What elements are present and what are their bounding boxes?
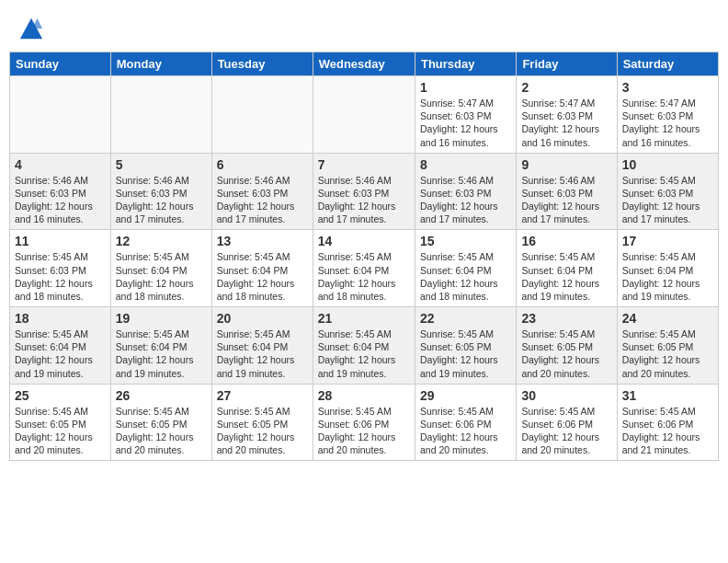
column-header-saturday: Saturday xyxy=(617,52,718,76)
calendar-cell: 28Sunrise: 5:45 AM Sunset: 6:06 PM Dayli… xyxy=(313,384,415,461)
day-info: Sunrise: 5:45 AM Sunset: 6:05 PM Dayligh… xyxy=(420,327,511,380)
logo xyxy=(18,17,48,42)
day-info: Sunrise: 5:45 AM Sunset: 6:03 PM Dayligh… xyxy=(622,174,713,226)
calendar-cell xyxy=(211,76,313,154)
day-info: Sunrise: 5:45 AM Sunset: 6:05 PM Dayligh… xyxy=(622,327,713,380)
day-number: 2 xyxy=(521,80,611,95)
day-info: Sunrise: 5:45 AM Sunset: 6:04 PM Dayligh… xyxy=(15,327,106,380)
calendar-cell: 11Sunrise: 5:45 AM Sunset: 6:03 PM Dayli… xyxy=(10,230,111,307)
day-info: Sunrise: 5:45 AM Sunset: 6:05 PM Dayligh… xyxy=(116,405,207,457)
day-info: Sunrise: 5:45 AM Sunset: 6:04 PM Dayligh… xyxy=(318,250,410,303)
day-info: Sunrise: 5:45 AM Sunset: 6:04 PM Dayligh… xyxy=(622,250,713,303)
day-info: Sunrise: 5:45 AM Sunset: 6:04 PM Dayligh… xyxy=(116,250,207,303)
day-number: 13 xyxy=(217,234,308,248)
calendar-cell: 29Sunrise: 5:45 AM Sunset: 6:06 PM Dayli… xyxy=(415,384,516,461)
day-info: Sunrise: 5:45 AM Sunset: 6:04 PM Dayligh… xyxy=(420,250,511,303)
day-number: 24 xyxy=(622,311,713,326)
day-number: 11 xyxy=(15,234,106,248)
calendar-cell: 10Sunrise: 5:45 AM Sunset: 6:03 PM Dayli… xyxy=(617,153,718,230)
day-number: 5 xyxy=(116,157,207,172)
calendar-table: SundayMondayTuesdayWednesdayThursdayFrid… xyxy=(9,52,719,461)
calendar-cell: 8Sunrise: 5:46 AM Sunset: 6:03 PM Daylig… xyxy=(415,153,516,230)
page-header xyxy=(9,9,719,48)
day-number: 25 xyxy=(15,388,106,403)
calendar-cell: 5Sunrise: 5:46 AM Sunset: 6:03 PM Daylig… xyxy=(110,153,211,230)
calendar-cell xyxy=(313,76,415,154)
column-header-tuesday: Tuesday xyxy=(211,52,313,76)
calendar-row-3: 18Sunrise: 5:45 AM Sunset: 6:04 PM Dayli… xyxy=(10,307,719,385)
day-number: 27 xyxy=(217,388,308,403)
day-number: 18 xyxy=(15,311,106,326)
calendar-cell: 9Sunrise: 5:46 AM Sunset: 6:03 PM Daylig… xyxy=(517,153,617,230)
day-info: Sunrise: 5:47 AM Sunset: 6:03 PM Dayligh… xyxy=(521,97,611,149)
day-info: Sunrise: 5:46 AM Sunset: 6:03 PM Dayligh… xyxy=(318,174,410,226)
column-header-monday: Monday xyxy=(110,52,211,76)
logo-icon xyxy=(18,17,44,42)
day-info: Sunrise: 5:45 AM Sunset: 6:05 PM Dayligh… xyxy=(217,405,308,457)
calendar-row-4: 25Sunrise: 5:45 AM Sunset: 6:05 PM Dayli… xyxy=(10,384,719,461)
day-number: 7 xyxy=(318,157,410,172)
calendar-cell: 21Sunrise: 5:45 AM Sunset: 6:04 PM Dayli… xyxy=(313,307,415,385)
calendar-cell xyxy=(10,76,111,154)
calendar-cell xyxy=(110,76,211,154)
calendar-cell: 15Sunrise: 5:45 AM Sunset: 6:04 PM Dayli… xyxy=(415,230,516,307)
calendar-cell: 25Sunrise: 5:45 AM Sunset: 6:05 PM Dayli… xyxy=(10,384,111,461)
day-number: 16 xyxy=(521,234,611,248)
column-header-sunday: Sunday xyxy=(10,52,111,76)
calendar-cell: 30Sunrise: 5:45 AM Sunset: 6:06 PM Dayli… xyxy=(517,384,617,461)
day-number: 31 xyxy=(622,388,713,403)
calendar-cell: 27Sunrise: 5:45 AM Sunset: 6:05 PM Dayli… xyxy=(211,384,313,461)
calendar-cell: 7Sunrise: 5:46 AM Sunset: 6:03 PM Daylig… xyxy=(313,153,415,230)
calendar-cell: 14Sunrise: 5:45 AM Sunset: 6:04 PM Dayli… xyxy=(313,230,415,307)
calendar-row-2: 11Sunrise: 5:45 AM Sunset: 6:03 PM Dayli… xyxy=(10,230,719,307)
calendar-cell: 22Sunrise: 5:45 AM Sunset: 6:05 PM Dayli… xyxy=(415,307,516,385)
day-info: Sunrise: 5:45 AM Sunset: 6:06 PM Dayligh… xyxy=(521,405,611,457)
day-number: 20 xyxy=(217,311,308,326)
day-info: Sunrise: 5:46 AM Sunset: 6:03 PM Dayligh… xyxy=(521,174,611,226)
calendar-cell: 2Sunrise: 5:47 AM Sunset: 6:03 PM Daylig… xyxy=(517,76,617,154)
day-info: Sunrise: 5:46 AM Sunset: 6:03 PM Dayligh… xyxy=(15,174,106,226)
day-number: 4 xyxy=(15,157,106,172)
calendar-row-1: 4Sunrise: 5:46 AM Sunset: 6:03 PM Daylig… xyxy=(10,153,719,230)
day-number: 10 xyxy=(622,157,713,172)
day-number: 14 xyxy=(318,234,410,248)
day-info: Sunrise: 5:45 AM Sunset: 6:04 PM Dayligh… xyxy=(521,250,611,303)
day-info: Sunrise: 5:45 AM Sunset: 6:06 PM Dayligh… xyxy=(622,405,713,457)
day-info: Sunrise: 5:46 AM Sunset: 6:03 PM Dayligh… xyxy=(420,174,511,226)
calendar-cell: 31Sunrise: 5:45 AM Sunset: 6:06 PM Dayli… xyxy=(617,384,718,461)
day-info: Sunrise: 5:45 AM Sunset: 6:06 PM Dayligh… xyxy=(318,405,410,457)
day-info: Sunrise: 5:45 AM Sunset: 6:04 PM Dayligh… xyxy=(318,327,410,380)
calendar-cell: 17Sunrise: 5:45 AM Sunset: 6:04 PM Dayli… xyxy=(617,230,718,307)
calendar-cell: 18Sunrise: 5:45 AM Sunset: 6:04 PM Dayli… xyxy=(10,307,111,385)
day-info: Sunrise: 5:45 AM Sunset: 6:05 PM Dayligh… xyxy=(521,327,611,380)
day-number: 19 xyxy=(116,311,207,326)
calendar-header-row: SundayMondayTuesdayWednesdayThursdayFrid… xyxy=(10,52,719,76)
calendar-cell: 12Sunrise: 5:45 AM Sunset: 6:04 PM Dayli… xyxy=(110,230,211,307)
day-info: Sunrise: 5:46 AM Sunset: 6:03 PM Dayligh… xyxy=(116,174,207,226)
calendar-cell: 20Sunrise: 5:45 AM Sunset: 6:04 PM Dayli… xyxy=(211,307,313,385)
column-header-friday: Friday xyxy=(517,52,617,76)
day-info: Sunrise: 5:46 AM Sunset: 6:03 PM Dayligh… xyxy=(217,174,308,226)
calendar-cell: 13Sunrise: 5:45 AM Sunset: 6:04 PM Dayli… xyxy=(211,230,313,307)
day-info: Sunrise: 5:47 AM Sunset: 6:03 PM Dayligh… xyxy=(622,97,713,149)
calendar-cell: 23Sunrise: 5:45 AM Sunset: 6:05 PM Dayli… xyxy=(517,307,617,385)
day-info: Sunrise: 5:47 AM Sunset: 6:03 PM Dayligh… xyxy=(420,97,511,149)
day-info: Sunrise: 5:45 AM Sunset: 6:04 PM Dayligh… xyxy=(116,327,207,380)
day-number: 15 xyxy=(420,234,511,248)
calendar-cell: 6Sunrise: 5:46 AM Sunset: 6:03 PM Daylig… xyxy=(211,153,313,230)
calendar-cell: 16Sunrise: 5:45 AM Sunset: 6:04 PM Dayli… xyxy=(517,230,617,307)
day-number: 23 xyxy=(521,311,611,326)
day-number: 30 xyxy=(521,388,611,403)
day-number: 29 xyxy=(420,388,511,403)
calendar-cell: 24Sunrise: 5:45 AM Sunset: 6:05 PM Dayli… xyxy=(617,307,718,385)
calendar-row-0: 1Sunrise: 5:47 AM Sunset: 6:03 PM Daylig… xyxy=(10,76,719,154)
day-info: Sunrise: 5:45 AM Sunset: 6:06 PM Dayligh… xyxy=(420,405,511,457)
day-info: Sunrise: 5:45 AM Sunset: 6:04 PM Dayligh… xyxy=(217,250,308,303)
day-number: 12 xyxy=(116,234,207,248)
day-number: 8 xyxy=(420,157,511,172)
day-number: 17 xyxy=(622,234,713,248)
day-number: 28 xyxy=(318,388,410,403)
day-number: 26 xyxy=(116,388,207,403)
day-info: Sunrise: 5:45 AM Sunset: 6:04 PM Dayligh… xyxy=(217,327,308,380)
day-info: Sunrise: 5:45 AM Sunset: 6:03 PM Dayligh… xyxy=(15,250,106,303)
